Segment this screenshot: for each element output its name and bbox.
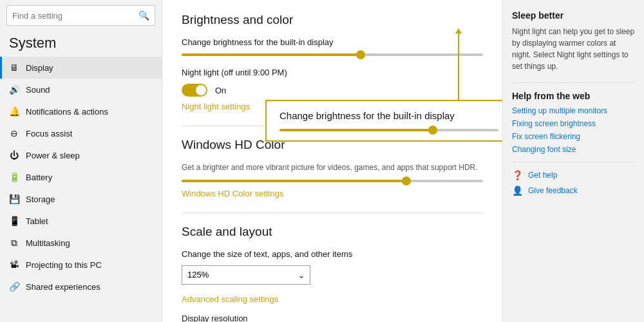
sidebar-item-battery[interactable]: 🔋 Battery <box>0 166 162 188</box>
scale-label: Change the size of text, apps, and other… <box>182 249 483 259</box>
shared-icon: 🔗 <box>9 281 19 292</box>
night-light-settings-link[interactable]: Night light settings <box>182 102 250 111</box>
sidebar-item-tablet[interactable]: 📱 Tablet <box>0 210 162 232</box>
right-panel-divider <box>512 82 635 83</box>
sidebar-item-sound[interactable]: 🔊 Sound <box>0 79 162 100</box>
tooltip-slider-fill <box>279 129 433 131</box>
hdr-slider-wrap <box>182 180 483 182</box>
multitasking-icon: ⧉ <box>9 238 19 248</box>
sidebar-item-notifications[interactable]: 🔔 Notifications & actions <box>0 100 162 122</box>
sidebar-item-shared[interactable]: 🔗 Shared experiences <box>0 276 162 298</box>
brightness-label: Change brightness for the built-in displ… <box>182 37 483 47</box>
search-input[interactable] <box>12 11 138 21</box>
search-box[interactable]: 🔍 <box>6 5 155 26</box>
feedback-icon: 👤 <box>512 185 523 196</box>
give-feedback-label: Give feedback <box>528 186 578 195</box>
sound-icon: 🔊 <box>9 84 19 95</box>
tablet-icon: 📱 <box>9 216 19 226</box>
storage-icon: 💾 <box>9 194 19 204</box>
sidebar: 🔍 System 🖥 Display 🔊 Sound 🔔 Notificatio… <box>0 0 162 322</box>
get-help-row[interactable]: ❓ Get help <box>512 170 635 180</box>
right-link-1[interactable]: Fixing screen brightness <box>512 119 635 128</box>
scale-section-title: Scale and layout <box>182 225 483 239</box>
night-light-label: Night light (off until 9:00 PM) <box>182 68 483 77</box>
power-icon: ⏻ <box>9 150 19 160</box>
help-icon: ❓ <box>512 170 523 180</box>
brightness-slider-track <box>182 53 483 56</box>
sidebar-item-power[interactable]: ⏻ Power & sleep <box>0 144 162 166</box>
right-panel: Sleep better Night light can help you ge… <box>502 0 644 322</box>
projecting-icon: 📽 <box>9 260 19 270</box>
brightness-tooltip: Change brightness for the built-in displ… <box>265 100 502 142</box>
hdr-slider-thumb[interactable] <box>402 176 411 185</box>
sidebar-item-label: Notifications & actions <box>26 107 108 117</box>
notifications-icon: 🔔 <box>9 106 19 117</box>
sidebar-item-label: Power & sleep <box>26 151 80 160</box>
sidebar-item-label: Tablet <box>26 216 48 226</box>
night-light-row: On <box>182 84 483 97</box>
night-light-toggle[interactable] <box>182 84 207 97</box>
sidebar-item-label: Focus assist <box>26 129 72 138</box>
brightness-slider-wrap <box>182 53 483 56</box>
right-link-0[interactable]: Setting up multiple monitors <box>512 106 635 115</box>
sidebar-item-label: Multitasking <box>26 238 70 248</box>
main-content: Brightness and color Change brightness f… <box>162 0 502 322</box>
battery-icon: 🔋 <box>9 172 19 182</box>
tooltip-text: Change brightness for the built-in displ… <box>279 110 455 121</box>
right-panel-section1-text: Night light can help you get to sleep by… <box>512 26 635 72</box>
display-icon: 🖥 <box>9 62 19 73</box>
right-panel-section2-title: Help from the web <box>512 91 635 101</box>
toggle-knob <box>196 85 206 95</box>
give-feedback-row[interactable]: 👤 Give feedback <box>512 185 635 196</box>
tooltip-slider-thumb[interactable] <box>428 126 437 135</box>
brightness-section-title: Brightness and color <box>182 13 483 27</box>
sidebar-item-label: Display <box>26 63 53 73</box>
advanced-scaling-link[interactable]: Advanced scaling settings <box>182 294 278 304</box>
resolution-label: Display resolution <box>182 314 483 322</box>
tooltip-slider-track <box>279 129 498 131</box>
sidebar-item-display[interactable]: 🖥 Display <box>0 57 162 79</box>
right-link-3[interactable]: Changing font size <box>512 145 635 154</box>
sidebar-item-storage[interactable]: 💾 Storage <box>0 188 162 210</box>
right-link-2[interactable]: Fix screen flickering <box>512 132 635 141</box>
sidebar-item-label: Battery <box>26 173 52 182</box>
hd-color-settings-link[interactable]: Windows HD Color settings <box>182 189 283 198</box>
focus-icon: ⊖ <box>9 128 19 138</box>
search-icon: 🔍 <box>138 10 149 21</box>
sidebar-item-multitasking[interactable]: ⧉ Multitasking <box>0 232 162 254</box>
sidebar-item-label: Storage <box>26 194 55 204</box>
brightness-slider-fill <box>182 53 363 56</box>
sidebar-item-label: Projecting to this PC <box>26 260 102 270</box>
svg-marker-1 <box>455 28 462 33</box>
sidebar-item-focus[interactable]: ⊖ Focus assist <box>0 122 162 144</box>
hdr-slider-fill <box>182 180 408 182</box>
toggle-label: On <box>215 86 226 95</box>
sidebar-item-label: Sound <box>26 85 50 95</box>
sidebar-item-label: Shared experiences <box>26 282 100 292</box>
scale-select[interactable]: 100% 125% 150% 175% <box>182 265 310 285</box>
sidebar-title: System <box>0 31 162 57</box>
hdr-slider-track <box>182 180 483 182</box>
hd-color-desc: Get a brighter and more vibrant picture … <box>182 162 483 173</box>
scale-select-wrap: 100% 125% 150% 175% <box>182 265 310 285</box>
right-panel-divider-2 <box>512 162 635 162</box>
get-help-label: Get help <box>528 171 557 180</box>
sidebar-item-projecting[interactable]: 📽 Projecting to this PC <box>0 254 162 276</box>
scale-section: Scale and layout Change the size of text… <box>182 213 483 322</box>
brightness-slider-thumb[interactable] <box>356 50 365 59</box>
right-panel-section1-title: Sleep better <box>512 10 635 21</box>
